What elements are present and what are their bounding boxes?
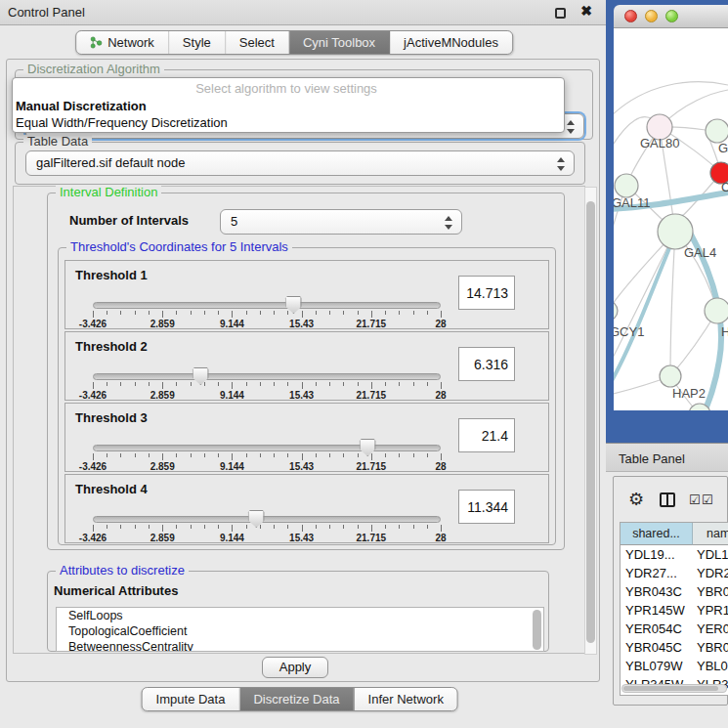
minimize-traffic-light-icon[interactable]: [645, 10, 658, 22]
table-row[interactable]: YBL079WYBL07: [621, 657, 728, 675]
cell-name[interactable]: YER05: [697, 621, 728, 636]
cell-shared-name[interactable]: YBR043C: [625, 584, 690, 599]
slider-track[interactable]: [93, 373, 441, 380]
tick-mark: [260, 311, 261, 315]
tab-label: Discretize Data: [253, 692, 339, 707]
attribute-list-item[interactable]: SelfLoops: [57, 608, 543, 623]
cell-name[interactable]: YBL07: [697, 659, 728, 673]
cell-shared-name[interactable]: YBL079W: [625, 659, 690, 673]
cell-name[interactable]: YBR04: [697, 640, 728, 655]
apply-button[interactable]: Apply: [262, 657, 328, 678]
combo-stepper-icon: [566, 119, 575, 135]
table-row[interactable]: YER054CYER05: [621, 620, 728, 638]
network-node[interactable]: [615, 174, 638, 197]
slider-track[interactable]: [93, 302, 441, 309]
column-header-shared-name[interactable]: shared...: [621, 523, 693, 545]
threshold-label: Threshold 1: [75, 268, 148, 282]
tick-mark: [441, 311, 442, 318]
tab-cyni-toolbox[interactable]: Cyni Toolbox: [289, 31, 390, 54]
network-window-frame: GAL80GACGAL11GAL4GCY1HHAP2: [606, 0, 728, 443]
attribute-list-item[interactable]: TopologicalCoefficient: [57, 623, 543, 639]
threshold-panel: Threshold 4 -3.4262.8599.14415.4321.7152…: [64, 474, 549, 543]
dropdown-option-equal-width-frequency[interactable]: Equal Width/Frequency Discretization: [16, 115, 228, 130]
tab-network[interactable]: Network: [76, 31, 169, 54]
numerical-attributes-list[interactable]: SelfLoopsTopologicalCoefficientBetweenne…: [56, 607, 544, 652]
split-columns-icon[interactable]: [660, 492, 675, 507]
cell-shared-name[interactable]: YDR27...: [625, 566, 690, 580]
table-row[interactable]: YBR043CYBR04: [621, 582, 728, 601]
zoom-traffic-light-icon[interactable]: [665, 10, 678, 22]
table-row[interactable]: YBR045CYBR04: [621, 638, 728, 657]
table-data-combobox[interactable]: galFiltered.sif default node: [25, 150, 575, 176]
cell-shared-name[interactable]: YER054C: [625, 621, 690, 636]
slider-track[interactable]: [93, 516, 441, 523]
tick-label: 2.859: [150, 319, 175, 329]
tab-label: jActiveMNodules: [404, 35, 498, 50]
tick-mark: [204, 453, 205, 457]
horizontal-scrollbar[interactable]: [621, 684, 727, 693]
network-node[interactable]: [706, 119, 728, 143]
slider-track[interactable]: [93, 445, 441, 451]
tick-mark: [441, 453, 442, 460]
threshold-value-field[interactable]: 21.4: [458, 418, 515, 452]
tick-label: 9.144: [220, 461, 244, 472]
tab-infer-network[interactable]: Infer Network: [355, 688, 457, 710]
tick-mark: [343, 311, 344, 315]
table-row[interactable]: YPR145WYPR14: [621, 601, 728, 620]
cell-name[interactable]: YPR14: [697, 603, 728, 618]
num-intervals-combobox[interactable]: 5: [220, 209, 462, 235]
table-row[interactable]: YDR27...YDR27: [621, 564, 728, 582]
tick-label: 15.43: [289, 461, 314, 472]
checkbox-icon[interactable]: ☑: [689, 492, 701, 507]
tick-label: 15.43: [289, 319, 314, 329]
network-edge[interactable]: [614, 82, 728, 121]
threshold-panel: Threshold 2 -3.4262.8599.14415.4321.7152…: [64, 331, 549, 401]
column-header-name[interactable]: name: [693, 523, 728, 545]
cell-shared-name[interactable]: YBR045C: [625, 640, 690, 655]
cell-shared-name[interactable]: YPR145W: [625, 603, 690, 618]
tick-mark: [260, 453, 261, 457]
vertical-scrollbar[interactable]: [584, 187, 597, 655]
threshold-value-field[interactable]: 14.713: [458, 276, 515, 310]
tab-impute-data[interactable]: Impute Data: [143, 688, 240, 710]
tab-discretize-data[interactable]: Discretize Data: [239, 688, 354, 710]
network-window-titlebar[interactable]: [614, 5, 728, 28]
float-window-icon[interactable]: [555, 8, 566, 19]
cell-shared-name[interactable]: YDL19...: [625, 547, 690, 562]
tick-label: 21.715: [357, 533, 387, 543]
tick-mark: [385, 311, 386, 315]
cell-name[interactable]: YBR04: [697, 584, 728, 599]
tick-mark: [316, 382, 317, 386]
network-view-canvas[interactable]: GAL80GACGAL11GAL4GCY1HHAP2: [614, 28, 728, 410]
thresholds-group-label: Threshold's Coordinates for 5 Intervals: [66, 240, 292, 254]
network-edge[interactable]: [670, 232, 675, 376]
dropdown-option-manual-discretization[interactable]: Manual Discretization: [16, 99, 147, 113]
threshold-value-field[interactable]: 11.344: [458, 490, 515, 524]
node-label: HAP2: [672, 386, 706, 401]
checkbox-icon[interactable]: ☑: [702, 492, 713, 507]
tick-mark: [162, 311, 163, 318]
table-row[interactable]: YIL052CYIL05: [621, 694, 728, 696]
gear-icon[interactable]: ⚙: [628, 489, 644, 510]
scrollbar-thumb[interactable]: [586, 201, 595, 643]
table-row[interactable]: YDL19...YDL19: [621, 545, 728, 564]
tab-select[interactable]: Select: [226, 31, 289, 54]
network-node[interactable]: [614, 301, 618, 321]
close-traffic-light-icon[interactable]: [624, 10, 637, 22]
attribute-list-item[interactable]: BetweennessCentrality: [57, 639, 543, 652]
list-scrollbar[interactable]: [533, 610, 541, 650]
network-node[interactable]: [660, 365, 681, 387]
network-node[interactable]: [705, 298, 728, 323]
table-panel-titlebar: Table Panel: [606, 443, 728, 472]
network-node[interactable]: [658, 214, 693, 249]
cell-name[interactable]: YDL19: [697, 547, 728, 562]
tick-label: 2.859: [150, 390, 175, 401]
tick-mark: [120, 525, 121, 529]
tab-jactivemnodules[interactable]: jActiveMNodules: [390, 31, 512, 54]
tick-label: 15.43: [289, 533, 314, 543]
cell-name[interactable]: YDR27: [697, 566, 728, 580]
scrollbar-thumb[interactable]: [623, 686, 718, 691]
threshold-value-field[interactable]: 6.316: [458, 347, 515, 381]
tab-style[interactable]: Style: [169, 31, 226, 54]
close-icon[interactable]: ✖: [580, 3, 592, 19]
